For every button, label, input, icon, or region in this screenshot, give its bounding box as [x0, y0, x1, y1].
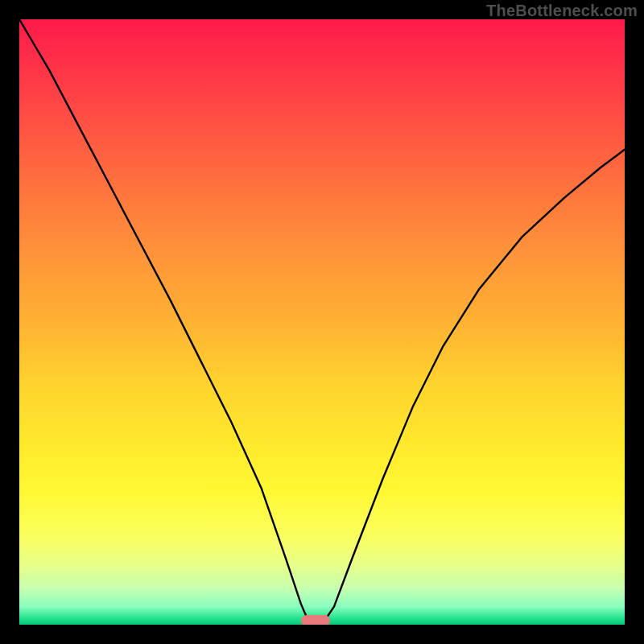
bottom-marker [301, 615, 330, 625]
chart-frame: TheBottleneck.com [0, 0, 644, 644]
background-gradient [19, 19, 625, 625]
plot-area [19, 19, 625, 625]
watermark-text: TheBottleneck.com [486, 2, 638, 20]
